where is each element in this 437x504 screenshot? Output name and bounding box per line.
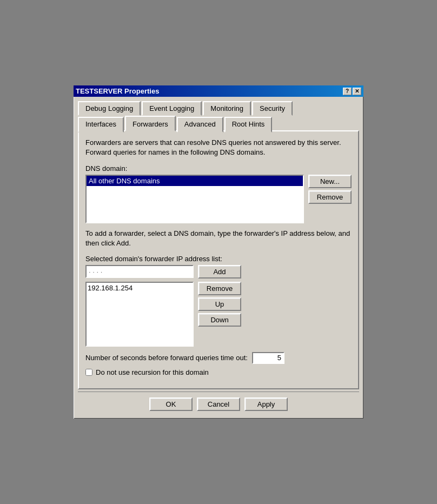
dialog-buttons: OK Cancel Apply bbox=[78, 392, 359, 415]
remove-button-2[interactable]: Remove bbox=[198, 282, 241, 295]
recursion-row: Do not use recursion for this domain bbox=[85, 368, 352, 376]
timeout-row: Number of seconds before forward queries… bbox=[85, 352, 352, 364]
description-text: Forwarders are servers that can resolve … bbox=[85, 138, 352, 157]
ip-add-row: Add bbox=[85, 265, 352, 278]
help-button[interactable]: ? bbox=[343, 88, 352, 95]
ip-input[interactable] bbox=[85, 265, 194, 278]
timeout-input[interactable] bbox=[252, 352, 284, 364]
new-button[interactable]: New... bbox=[308, 175, 352, 188]
dns-domain-label: DNS domain: bbox=[85, 164, 352, 173]
dns-buttons-col: New... Remove bbox=[308, 175, 352, 223]
ip-list-buttons: Remove Up Down bbox=[198, 282, 241, 347]
ip-list-row: 192.168.1.254 Remove Up Down bbox=[85, 282, 352, 347]
tab-event-logging[interactable]: Event Logging bbox=[142, 101, 202, 116]
tabs-row-2: Interfaces Forwarders Advanced Root Hint… bbox=[78, 116, 359, 131]
ok-button[interactable]: OK bbox=[149, 397, 193, 411]
dns-listbox-item-all[interactable]: All other DNS domains bbox=[87, 176, 303, 186]
ip-list-entry[interactable]: 192.168.1.254 bbox=[88, 284, 191, 292]
title-bar-buttons: ? ✕ bbox=[343, 88, 361, 95]
up-button[interactable]: Up bbox=[198, 297, 241, 311]
tab-root-hints[interactable]: Root Hints bbox=[224, 117, 273, 132]
dns-domain-listbox[interactable]: All other DNS domains bbox=[85, 175, 304, 223]
tab-security[interactable]: Security bbox=[252, 101, 293, 116]
tab-interfaces[interactable]: Interfaces bbox=[78, 117, 124, 132]
tab-debug-logging[interactable]: Debug Logging bbox=[78, 101, 141, 116]
forwarder-instruction: To add a forwarder, select a DNS domain,… bbox=[85, 229, 352, 248]
dns-domain-section: All other DNS domains New... Remove bbox=[85, 175, 352, 223]
forwarder-ip-section: Selected domain's forwarder IP address l… bbox=[85, 255, 352, 347]
recursion-label[interactable]: Do not use recursion for this domain bbox=[96, 368, 209, 376]
dialog-window: TESTSERVER Properties ? ✕ Debug Logging … bbox=[72, 84, 365, 420]
tabs-row-1: Debug Logging Event Logging Monitoring S… bbox=[78, 100, 359, 115]
close-button[interactable]: ✕ bbox=[353, 88, 361, 95]
cancel-button[interactable]: Cancel bbox=[197, 397, 240, 411]
tab-forwarders[interactable]: Forwarders bbox=[125, 116, 176, 131]
timeout-label: Number of seconds before forward queries… bbox=[85, 354, 248, 362]
title-bar: TESTSERVER Properties ? ✕ bbox=[74, 85, 363, 97]
add-button[interactable]: Add bbox=[198, 265, 241, 278]
tab-advanced[interactable]: Advanced bbox=[177, 117, 223, 132]
remove-button-1[interactable]: Remove bbox=[308, 190, 352, 204]
tab-monitoring[interactable]: Monitoring bbox=[203, 101, 251, 116]
ip-list-label: Selected domain's forwarder IP address l… bbox=[85, 255, 352, 263]
apply-button[interactable]: Apply bbox=[244, 397, 288, 411]
down-button[interactable]: Down bbox=[198, 313, 241, 327]
ip-listbox[interactable]: 192.168.1.254 bbox=[85, 282, 194, 347]
tab-panel-forwarders: Forwarders are servers that can resolve … bbox=[78, 130, 359, 389]
recursion-checkbox[interactable] bbox=[85, 369, 92, 376]
window-title: TESTSERVER Properties bbox=[76, 87, 159, 95]
dialog-content: Debug Logging Event Logging Monitoring S… bbox=[74, 97, 363, 419]
